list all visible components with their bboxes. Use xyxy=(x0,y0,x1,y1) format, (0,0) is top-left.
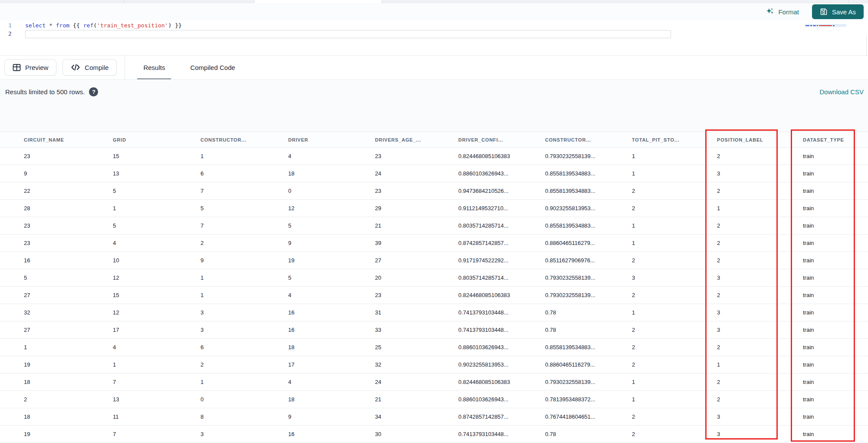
sql-star: * xyxy=(49,22,53,29)
tab-divider xyxy=(124,0,124,3)
table-cell: 0.7930232558139... xyxy=(542,287,628,304)
table-cell: 0.78 xyxy=(542,304,628,321)
table-cell: 20 xyxy=(372,269,455,287)
table-cell: 2 xyxy=(628,426,713,443)
table-cell: 23 xyxy=(0,217,109,235)
annotation-box-dataset-type xyxy=(791,129,855,442)
results-panel: Results limited to 500 rows. ? Download … xyxy=(0,79,868,443)
help-icon[interactable]: ? xyxy=(89,87,98,96)
table-cell: 0.8558139534883... xyxy=(542,165,628,182)
code-editor[interactable]: 1 2 select*from{{ref('train_test_positio… xyxy=(0,19,868,55)
table-cell: 1 xyxy=(197,148,285,165)
table-cell: 16 xyxy=(285,426,372,443)
table-cell: 16 xyxy=(285,304,372,321)
table-cell: 5 xyxy=(109,182,197,200)
column-header-circuit-name: CIRCUIT_NAME xyxy=(0,132,109,148)
table-cell: 1 xyxy=(197,287,285,304)
tab-results[interactable]: Results xyxy=(140,55,168,79)
table-cell: 16 xyxy=(0,252,109,269)
table-cell: 1 xyxy=(109,356,197,374)
table-cell: 7 xyxy=(197,182,285,200)
table-cell: 2 xyxy=(628,182,713,200)
table-cell: 18 xyxy=(285,339,372,356)
table-cell: 0.7813953488372... xyxy=(542,391,628,408)
table-cell: 7 xyxy=(109,426,197,443)
table-cell: 6 xyxy=(197,339,285,356)
table-cell: 1 xyxy=(197,269,285,287)
table-cell: 0.8860103626943... xyxy=(455,391,542,408)
format-button[interactable]: Format xyxy=(766,7,799,16)
table-cell: 0.8558139534883... xyxy=(542,217,628,235)
table-cell: 24 xyxy=(372,374,455,391)
table-cell: 0.9473684210526... xyxy=(455,182,542,200)
table-cell: 0.7413793103448... xyxy=(455,304,542,321)
download-csv-link[interactable]: Download CSV xyxy=(819,88,864,96)
table-cell: 0.8558139534883... xyxy=(542,182,628,200)
table-cell: 2 xyxy=(0,391,109,408)
table-cell: 0.7413793103448... xyxy=(455,426,542,443)
table-cell: 2 xyxy=(628,287,713,304)
table-cell: 0.78 xyxy=(542,426,628,443)
table-cell: 1 xyxy=(628,148,713,165)
preview-button[interactable]: Preview xyxy=(4,59,56,76)
table-cell: 23 xyxy=(0,148,109,165)
toolbar-divider xyxy=(125,55,125,79)
table-cell: 27 xyxy=(0,321,109,339)
column-header-total-pit-sto: TOTAL_PIT_STO... xyxy=(628,132,713,148)
active-tab-top xyxy=(254,0,382,3)
save-as-button[interactable]: Save As xyxy=(812,4,864,19)
table-cell: 34 xyxy=(372,408,455,426)
compile-button[interactable]: Compile xyxy=(62,59,117,76)
table-cell: 4 xyxy=(285,287,372,304)
table-cell: 0.9112149532710... xyxy=(455,200,542,217)
table-cell: 9 xyxy=(285,235,372,252)
table-cell: 6 xyxy=(197,165,285,182)
table-cell: 2 xyxy=(197,356,285,374)
table-cell: 3 xyxy=(197,426,285,443)
table-cell: 31 xyxy=(372,304,455,321)
table-cell: 33 xyxy=(372,321,455,339)
table-cell: 0.8742857142857... xyxy=(455,408,542,426)
table-cell: 23 xyxy=(372,182,455,200)
table-cell: 12 xyxy=(285,200,372,217)
table-icon xyxy=(13,63,21,72)
tab-compiled-code[interactable]: Compiled Code xyxy=(187,55,238,79)
table-cell: 0 xyxy=(285,182,372,200)
table-cell: 1 xyxy=(197,374,285,391)
table-cell: 1 xyxy=(628,235,713,252)
table-cell: 12 xyxy=(109,269,197,287)
table-cell: 5 xyxy=(285,269,372,287)
table-cell: 2 xyxy=(628,321,713,339)
line-number-gutter: 1 2 xyxy=(0,21,20,38)
table-cell: 0.7930232558139... xyxy=(542,148,628,165)
minimap[interactable] xyxy=(805,24,846,51)
sql-keyword: from xyxy=(56,22,69,29)
result-tabs: Results Compiled Code xyxy=(140,55,238,79)
sql-keyword: select xyxy=(25,22,46,29)
table-cell: 0.8742857142857... xyxy=(455,235,542,252)
table-cell: 25 xyxy=(372,339,455,356)
table-cell: 0.8860465116279... xyxy=(542,235,628,252)
table-cell: 32 xyxy=(372,356,455,374)
table-cell: 0.7930232558139... xyxy=(542,374,628,391)
table-cell: 23 xyxy=(372,287,455,304)
table-cell: 3 xyxy=(628,269,713,287)
table-cell: 15 xyxy=(109,287,197,304)
table-cell: 0.7674418604651... xyxy=(542,408,628,426)
table-cell: 17 xyxy=(109,321,197,339)
table-cell: 9 xyxy=(0,165,109,182)
table-cell: 0.78 xyxy=(542,321,628,339)
table-cell: 0.8860465116279... xyxy=(542,356,628,374)
table-cell: 0.8035714285714... xyxy=(455,269,542,287)
table-cell: 8 xyxy=(197,408,285,426)
jinja-ref-function: ref xyxy=(83,22,93,29)
tab-compiled-code-label: Compiled Code xyxy=(190,64,235,71)
table-cell: 4 xyxy=(285,148,372,165)
cursor-line-box xyxy=(25,30,671,38)
table-cell: 2 xyxy=(628,356,713,374)
table-cell: 0.9171974522292... xyxy=(455,252,542,269)
table-cell: 0.8511627906976... xyxy=(542,252,628,269)
results-info-row: Results limited to 500 rows. ? Download … xyxy=(5,86,864,98)
jinja-open: {{ xyxy=(73,22,80,29)
sparkle-icon xyxy=(766,7,774,16)
